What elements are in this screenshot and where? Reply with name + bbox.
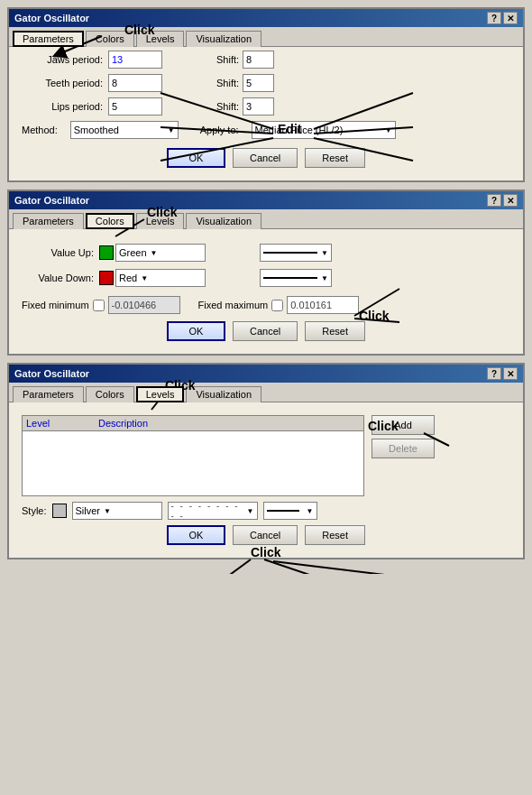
lips-shift-input[interactable]	[243, 97, 274, 116]
style-dash-value: - - - - - - - - - -	[171, 501, 243, 521]
fixed-min-checkbox[interactable]	[93, 300, 105, 311]
value-down-line-arrow-icon: ▼	[321, 274, 328, 282]
levels-col-level: Level	[26, 418, 98, 429]
style-dash-dropdown[interactable]: - - - - - - - - - - ▼	[168, 502, 258, 520]
tab-bar-2: Parameters Colors Levels Visualization	[9, 209, 523, 229]
dialog-3: Gator Oscillator ? ✕ Parameters Colors L…	[7, 363, 525, 559]
title-bar-buttons-2: ? ✕	[487, 194, 518, 207]
dialog-title-2: Gator Oscillator	[14, 195, 89, 206]
tab-colors-2[interactable]: Colors	[86, 213, 134, 229]
dialog-body-1: Jaws period: Shift: Teeth period: Shift:…	[9, 47, 523, 180]
value-up-line-arrow-icon: ▼	[321, 249, 328, 257]
style-color-dropdown[interactable]: Silver ▼	[72, 502, 162, 520]
style-width-arrow-icon: ▼	[307, 507, 314, 515]
teeth-shift-label: Shift:	[216, 78, 239, 88]
reset-button-1[interactable]: Reset	[305, 148, 365, 168]
dialog-body-3: Level Description Add Delete Style: Silv…	[9, 402, 523, 558]
gator-oscillator-dialog-1: Gator Oscillator ? ✕ Parameters Colors L…	[7, 7, 525, 182]
jaws-shift-label: Shift:	[216, 54, 239, 65]
value-down-line-icon	[263, 277, 317, 279]
fixed-max-input[interactable]	[287, 296, 359, 314]
delete-button[interactable]: Delete	[371, 439, 435, 458]
tab-levels-3[interactable]: Levels	[136, 386, 185, 402]
close-button-2[interactable]: ✕	[503, 194, 518, 207]
tab-levels-1[interactable]: Levels	[136, 31, 185, 47]
tab-bar-3: Parameters Colors Levels Visualization	[9, 383, 523, 402]
help-button-3[interactable]: ?	[487, 367, 501, 380]
title-bar-buttons-3: ? ✕	[487, 367, 518, 380]
apply-value: Median Price (HL/2)	[255, 125, 344, 135]
method-value: Smoothed	[74, 125, 119, 135]
ok-button-2[interactable]: OK	[167, 321, 225, 341]
svg-line-15	[273, 561, 422, 574]
help-button-2[interactable]: ?	[487, 194, 501, 207]
tab-colors-1[interactable]: Colors	[86, 31, 134, 47]
value-up-dropdown[interactable]: Green ▼	[115, 244, 206, 262]
apply-arrow-icon: ▼	[385, 126, 392, 134]
tab-parameters-1[interactable]: Parameters	[13, 31, 84, 47]
lips-input[interactable]	[108, 97, 162, 116]
value-down-line-dropdown[interactable]: ▼	[260, 269, 332, 287]
tab-levels-2[interactable]: Levels	[136, 213, 185, 229]
jaws-row: Jaws period: Shift:	[22, 51, 510, 69]
value-down-row: Value Down: Red ▼ ▼	[22, 269, 510, 287]
value-down-dropdown[interactable]: Red ▼	[115, 269, 206, 287]
tab-parameters-2[interactable]: Parameters	[13, 213, 84, 229]
fixed-row: Fixed minimum Fixed maximum	[22, 296, 510, 314]
button-row-2: OK Cancel Reset	[22, 321, 510, 345]
help-button-1[interactable]: ?	[487, 12, 501, 24]
style-label: Style:	[22, 505, 47, 516]
style-color-arrow-icon: ▼	[104, 507, 111, 515]
style-color-swatch	[52, 504, 67, 518]
title-bar-3: Gator Oscillator ? ✕	[9, 365, 523, 383]
dialog-title-3: Gator Oscillator	[14, 368, 89, 379]
cancel-button-1[interactable]: Cancel	[233, 148, 298, 168]
jaws-input[interactable]	[108, 51, 162, 69]
title-bar-1: Gator Oscillator ? ✕	[9, 9, 523, 27]
value-up-label: Value Up:	[22, 247, 94, 258]
tab-parameters-3[interactable]: Parameters	[13, 386, 84, 402]
gator-oscillator-dialog-3: Gator Oscillator ? ✕ Parameters Colors L…	[7, 363, 525, 559]
lips-row: Lips period: Shift:	[22, 97, 510, 116]
ok-button-3[interactable]: OK	[167, 525, 225, 545]
cancel-button-2[interactable]: Cancel	[233, 321, 298, 341]
lips-shift-label: Shift:	[216, 101, 239, 112]
add-button[interactable]: Add	[371, 415, 435, 435]
title-bar-2: Gator Oscillator ? ✕	[9, 191, 523, 209]
levels-table[interactable]: Level Description	[22, 415, 364, 496]
style-width-line-icon	[267, 510, 299, 512]
tab-colors-3[interactable]: Colors	[86, 386, 134, 402]
style-color-value: Silver	[76, 505, 101, 516]
svg-line-13	[224, 559, 251, 574]
close-button-1[interactable]: ✕	[503, 12, 518, 24]
method-dropdown[interactable]: Smoothed ▼	[70, 121, 179, 139]
teeth-row: Teeth period: Shift:	[22, 74, 510, 92]
dialog-1: Gator Oscillator ? ✕ Parameters Colors L…	[7, 7, 525, 182]
teeth-shift-input[interactable]	[243, 74, 274, 92]
reset-button-2[interactable]: Reset	[305, 321, 365, 341]
dialog-2: Gator Oscillator ? ✕ Parameters Colors L…	[7, 190, 525, 356]
cancel-button-3[interactable]: Cancel	[233, 525, 298, 545]
levels-table-container: Level Description	[22, 415, 364, 496]
title-bar-buttons-1: ? ✕	[487, 12, 518, 24]
fixed-min-input[interactable]	[108, 296, 180, 314]
jaws-shift-input[interactable]	[243, 51, 274, 69]
fixed-max-label: Fixed maximum	[198, 300, 269, 310]
tab-visualization-2[interactable]: Visualization	[186, 213, 261, 229]
apply-dropdown[interactable]: Median Price (HL/2) ▼	[252, 121, 396, 139]
tab-visualization-1[interactable]: Visualization	[186, 31, 261, 47]
teeth-input[interactable]	[108, 74, 162, 92]
ok-button-1[interactable]: OK	[167, 148, 225, 168]
close-button-3[interactable]: ✕	[503, 367, 518, 380]
value-up-color: Green	[119, 247, 147, 258]
value-up-line-dropdown[interactable]: ▼	[260, 244, 332, 262]
fixed-max-checkbox[interactable]	[271, 300, 283, 311]
tab-visualization-3[interactable]: Visualization	[186, 386, 261, 402]
style-width-dropdown[interactable]: ▼	[263, 502, 317, 520]
method-row: Method: Smoothed ▼ Apply to: Median Pric…	[22, 121, 510, 139]
value-up-arrow-icon: ▼	[151, 249, 158, 257]
reset-button-3[interactable]: Reset	[305, 525, 365, 545]
fixed-min-label: Fixed minimum	[22, 300, 89, 310]
levels-table-header: Level Description	[23, 416, 363, 431]
button-row-3: OK Cancel Reset	[22, 525, 510, 549]
